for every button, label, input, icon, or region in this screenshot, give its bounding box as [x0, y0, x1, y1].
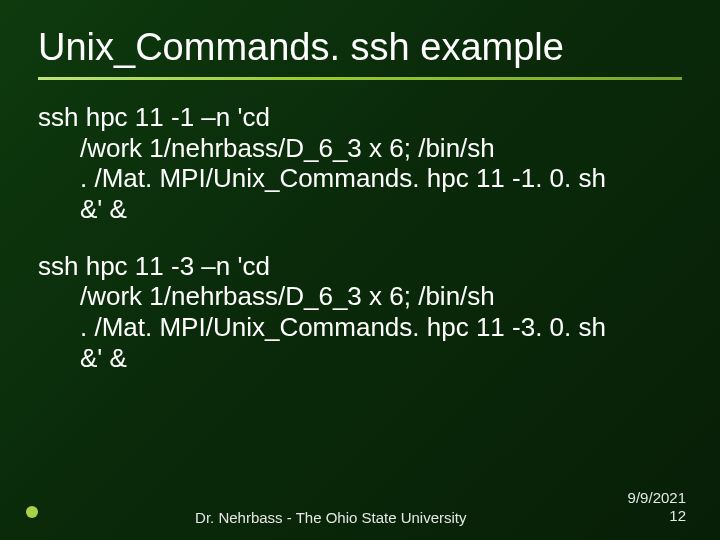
slide-body: ssh hpc 11 -1 –n 'cd /work 1/nehrbass/D_… [38, 102, 682, 373]
footer-center: Dr. Nehrbass - The Ohio State University [34, 509, 628, 526]
command-1-line-4: &' & [38, 194, 682, 225]
command-1-line-2: /work 1/nehrbass/D_6_3 x 6; /bin/sh [38, 133, 682, 164]
title-underline [38, 77, 682, 80]
slide-footer: Dr. Nehrbass - The Ohio State University… [0, 489, 720, 527]
command-1-line-1: ssh hpc 11 -1 –n 'cd [38, 102, 682, 133]
footer-right: 9/9/2021 12 [628, 489, 686, 527]
footer-date: 9/9/2021 [628, 489, 686, 508]
command-2-line-1: ssh hpc 11 -3 –n 'cd [38, 251, 682, 282]
slide: Unix_Commands. ssh example ssh hpc 11 -1… [0, 0, 720, 540]
command-2-line-3: . /Mat. MPI/Unix_Commands. hpc 11 -3. 0.… [38, 312, 682, 343]
command-1-line-3: . /Mat. MPI/Unix_Commands. hpc 11 -1. 0.… [38, 163, 682, 194]
footer-page-number: 12 [628, 507, 686, 526]
slide-title: Unix_Commands. ssh example [38, 20, 682, 75]
command-2-line-2: /work 1/nehrbass/D_6_3 x 6; /bin/sh [38, 281, 682, 312]
command-2-line-4: &' & [38, 343, 682, 374]
command-block-1: ssh hpc 11 -1 –n 'cd /work 1/nehrbass/D_… [38, 102, 682, 225]
command-block-2: ssh hpc 11 -3 –n 'cd /work 1/nehrbass/D_… [38, 251, 682, 374]
